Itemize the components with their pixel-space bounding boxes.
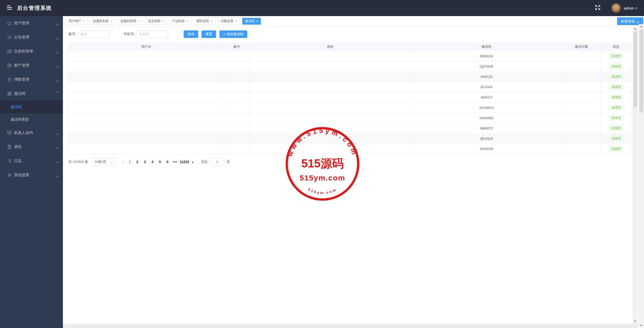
top-header: 后台管理系统 admin ▾: [0, 0, 644, 16]
chevron-down-icon: [110, 161, 113, 163]
page-number-6[interactable]: 6: [164, 160, 171, 164]
add-activation-code-button[interactable]: +添加激活码: [219, 30, 247, 38]
username[interactable]: admin: [624, 6, 634, 10]
cell-phone: [249, 113, 411, 123]
page-number-2[interactable]: 2: [134, 160, 141, 164]
tab-6[interactable]: 代数设置×: [218, 18, 240, 25]
page-number-3[interactable]: 3: [141, 160, 149, 164]
cell-code: 3MKBTC: [411, 123, 562, 133]
sidebar-item-1[interactable]: 公告管理: [0, 30, 63, 44]
table-row: 0LFVAX未使用: [68, 82, 631, 92]
cell-userid: [68, 61, 224, 72]
sidebar-item-3[interactable]: 财产管理: [0, 58, 63, 72]
close-icon[interactable]: ×: [235, 20, 237, 23]
sidebar-item-6[interactable]: 机器人合约: [0, 126, 63, 140]
chevron-down-icon: [56, 36, 59, 38]
sidebar-subitem-label: 激活码: [11, 105, 22, 109]
main-area: 用户资产×交易所列表×交易对管理×流水类型×产品列表×团队领导×代数设置×激活码…: [63, 16, 644, 328]
page-size-select[interactable]: 10条/页: [92, 158, 115, 166]
avatar[interactable]: [611, 3, 621, 13]
sidebar-item-0[interactable]: 用户管理: [0, 16, 63, 30]
page-number-11233[interactable]: 11233: [179, 160, 190, 164]
total-count: 共 112322 条: [68, 160, 88, 164]
close-icon[interactable]: ×: [162, 20, 164, 23]
cell-status: 未使用: [601, 92, 631, 103]
cell-date: [562, 133, 601, 144]
phone-input[interactable]: [136, 30, 168, 38]
table-row: NIKFU7未使用: [68, 92, 631, 103]
reset-button[interactable]: 重置: [202, 30, 216, 38]
cell-account: [224, 92, 250, 103]
sidebar-item-9[interactable]: 系统设置: [0, 168, 63, 182]
sidebar-item-7[interactable]: 资讯: [0, 140, 63, 154]
tag-options-label: 标签选项: [621, 19, 634, 24]
table-row: BR92UN未使用: [68, 51, 631, 61]
account-input[interactable]: [78, 30, 109, 38]
sidebar-item-5[interactable]: 激活码: [0, 86, 63, 101]
more-pages-icon[interactable]: •••: [171, 160, 179, 164]
sidebar-item-4[interactable]: 理财管理: [0, 72, 63, 86]
close-icon[interactable]: ×: [211, 20, 213, 23]
horizontal-scrollbar[interactable]: [63, 324, 638, 328]
cell-account: [224, 133, 250, 144]
add-button-label: 添加激活码: [227, 32, 243, 36]
cell-account: [224, 123, 250, 133]
status-badge: 未使用: [609, 84, 623, 90]
hamburger-menu-icon[interactable]: [7, 5, 13, 11]
tab-2[interactable]: 交易对管理×: [118, 18, 143, 25]
close-icon[interactable]: ×: [256, 20, 258, 23]
table-row: 9JYNYM未使用: [68, 144, 631, 154]
prev-page-button[interactable]: ‹: [123, 159, 124, 165]
sidebar-subitem-5-0[interactable]: 激活码: [0, 101, 63, 113]
cell-status: 未使用: [601, 144, 631, 154]
page-number-1[interactable]: 1: [126, 160, 134, 164]
cell-phone: [249, 61, 411, 72]
sidebar-subitem-5-1[interactable]: 激活码类型: [0, 113, 63, 126]
tab-0[interactable]: 用户资产×: [66, 18, 88, 25]
close-icon[interactable]: ×: [110, 20, 112, 23]
list-icon: [7, 35, 12, 40]
goto-label: 前往: [201, 160, 208, 164]
cell-userid: [68, 123, 224, 133]
tab-1[interactable]: 交易所列表×: [90, 18, 115, 25]
table-row: DQYWJF未使用: [68, 61, 631, 72]
sidebar-subitem-label: 激活码类型: [11, 117, 29, 122]
cell-date: [562, 51, 601, 61]
page-size-value: 10条/页: [95, 160, 106, 164]
sidebar-item-2[interactable]: 交易所管理: [0, 44, 63, 58]
tab-5[interactable]: 团队领导×: [194, 18, 216, 25]
app-title: 后台管理系统: [17, 5, 52, 12]
tab-7[interactable]: 激活码×: [242, 18, 261, 25]
close-icon[interactable]: ×: [83, 20, 85, 23]
phone-label: 手机号: [124, 32, 134, 36]
tab-label: 代数设置: [221, 19, 233, 23]
sidebar-item-label: 公告管理: [14, 35, 29, 40]
cell-userid: [68, 72, 224, 82]
user-caret-down-icon[interactable]: ▾: [635, 7, 637, 10]
cell-userid: [68, 51, 224, 61]
page-number-4[interactable]: 4: [149, 160, 156, 164]
tab-3[interactable]: 流水类型×: [145, 18, 167, 25]
content-panel: 账号 手机号 查询 重置 +添加激活码 用户id账号电话激活码激活日期状态 BR…: [63, 26, 633, 324]
status-badge: 未使用: [609, 105, 623, 110]
next-page-button[interactable]: ›: [192, 159, 193, 165]
cell-userid: [68, 82, 224, 92]
account-label: 账号: [68, 32, 75, 36]
cell-code: EUXMUA: [411, 103, 562, 113]
table-row: EUXMUA未使用: [68, 103, 631, 113]
fullscreen-icon[interactable]: [595, 5, 601, 12]
sidebar-item-label: 日志: [14, 159, 22, 163]
page-number-5[interactable]: 5: [156, 160, 164, 164]
cell-status: 未使用: [601, 113, 631, 123]
content-vertical-scrollbar[interactable]: [633, 26, 638, 324]
column-header: 电话: [249, 43, 411, 51]
goto-page-input[interactable]: [210, 158, 224, 165]
close-icon[interactable]: ×: [186, 20, 188, 23]
coins-icon: [7, 63, 12, 68]
search-button[interactable]: 查询: [184, 30, 198, 38]
tab-4[interactable]: 产品列表×: [169, 18, 191, 25]
close-icon[interactable]: ×: [138, 20, 140, 23]
window-vertical-scrollbar[interactable]: [639, 24, 644, 328]
status-badge: 未使用: [609, 146, 623, 152]
sidebar-item-8[interactable]: 日志: [0, 154, 63, 168]
